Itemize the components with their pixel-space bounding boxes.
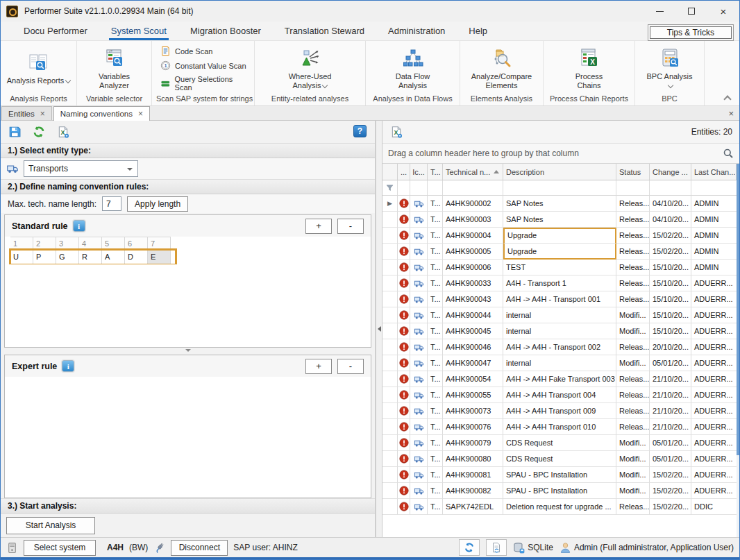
tab-close-icon[interactable]: × <box>138 110 143 118</box>
rule-value-cell[interactable]: G <box>56 250 79 264</box>
analyze-compare-elements-button[interactable]: Analyze/Compare Elements <box>466 47 537 90</box>
select-system-button[interactable]: Select system <box>24 540 96 556</box>
scrollbar-thumb[interactable] <box>737 164 739 455</box>
disconnect-button[interactable]: Disconnect <box>171 540 228 556</box>
table-row[interactable]: T... A4HK900043 A4H -> A4H - Transport 0… <box>382 291 739 307</box>
column-header-status[interactable]: Status <box>616 164 650 180</box>
table-row[interactable]: T... A4HK900080 CDS Request Modifi... 05… <box>382 451 739 467</box>
menu-item-docu-performer[interactable]: Docu Performer <box>12 22 99 40</box>
query-selections-scan-button[interactable]: Query Selections Scan <box>160 75 250 92</box>
menu-item-migration-booster[interactable]: Migration Booster <box>178 22 273 40</box>
column-header-icon[interactable]: Ic... <box>410 164 428 180</box>
filter-cell[interactable] <box>428 180 443 196</box>
column-header-change-date[interactable]: Change ... <box>650 164 691 180</box>
expert-rule-remove-button[interactable]: - <box>337 359 364 374</box>
rule-value-cell[interactable]: U <box>10 250 33 264</box>
tab-close-icon[interactable]: × <box>40 110 45 118</box>
filter-cell[interactable] <box>382 180 398 196</box>
table-row[interactable]: T... A4HK900005 Upgrade Releas... 15/02/… <box>382 244 739 260</box>
where-used-analysis-button[interactable]: Where-Used Analysis <box>283 47 338 90</box>
table-row[interactable]: T... A4HK900004 Upgrade Releas... 15/02/… <box>382 228 739 244</box>
menu-item-translation-steward[interactable]: Translation Steward <box>273 22 376 40</box>
table-row[interactable]: T... A4HK900076 A4H -> A4H Transport 010… <box>382 419 739 435</box>
filter-cell[interactable] <box>398 180 410 196</box>
max-length-input[interactable]: 7 <box>102 196 121 211</box>
ribbon-collapse-button[interactable] <box>724 94 730 100</box>
filter-cell[interactable] <box>503 180 616 196</box>
table-row[interactable]: T... A4HK900044 internal Modifi... 15/10… <box>382 307 739 323</box>
table-row[interactable]: T... A4HK900079 CDS Request Modifi... 05… <box>382 435 739 451</box>
column-header-technical-name[interactable]: Technical n... <box>443 164 503 180</box>
column-header-last-changed[interactable]: Last Chan... <box>691 164 737 180</box>
close-button[interactable]: × <box>707 1 739 22</box>
filter-cell[interactable] <box>443 180 503 196</box>
rule-value-cell[interactable]: E <box>148 250 171 264</box>
sync-button[interactable] <box>459 539 480 556</box>
column-header-description[interactable]: Description <box>503 164 616 180</box>
cell-technical-name: A4HK900082 <box>443 483 503 499</box>
code-scan-button[interactable]: Code Scan <box>160 46 212 56</box>
apply-length-button[interactable]: Apply length <box>127 196 188 212</box>
grid-scrollbar[interactable] <box>737 164 739 537</box>
bpc-analysis-button[interactable]: BPC Analysis <box>646 47 692 90</box>
rule-value-cell[interactable]: P <box>33 250 56 264</box>
horizontal-splitter[interactable] <box>1 348 375 353</box>
rule-value-cell[interactable]: A <box>102 250 125 264</box>
document-sync-button[interactable] <box>486 539 507 556</box>
table-row[interactable]: T... A4HK900082 SPAU - BPC Installation … <box>382 483 739 499</box>
data-flow-analysis-button[interactable]: Data Flow Analysis <box>392 47 434 90</box>
standard-rule-add-button[interactable]: + <box>305 219 332 234</box>
tab-naming-conventions[interactable]: Naming conventions × <box>53 106 150 121</box>
entity-type-select[interactable]: Transports <box>24 160 138 177</box>
filter-cell[interactable] <box>650 180 691 196</box>
filter-cell[interactable] <box>691 180 737 196</box>
info-icon[interactable]: i <box>62 360 74 372</box>
table-row[interactable]: T... A4HK900081 SPAU - BPC Installation … <box>382 467 739 483</box>
table-row[interactable]: T... A4HK900054 A4H -> A4H Fake Transpor… <box>382 371 739 387</box>
column-header-expand[interactable] <box>382 164 398 180</box>
table-row[interactable]: T... A4HK900073 A4H -> A4H Transport 009… <box>382 403 739 419</box>
vertical-splitter[interactable] <box>376 121 382 537</box>
menu-item-system-scout[interactable]: System Scout <box>99 22 178 40</box>
export-excel-button[interactable] <box>56 125 70 139</box>
export-excel-button[interactable] <box>389 125 403 139</box>
maximize-button[interactable] <box>675 1 707 22</box>
tips-and-tricks-button[interactable]: Tips & Tricks <box>648 24 734 41</box>
help-button[interactable]: ? <box>353 125 367 137</box>
table-row[interactable]: T... A4HK900003 SAP Notes Releas... 04/1… <box>382 212 739 228</box>
table-row[interactable]: T... A4HK900045 internal Modifi... 15/10… <box>382 323 739 339</box>
start-analysis-button[interactable]: Start Analysis <box>6 517 95 534</box>
table-row[interactable]: T... A4HK900046 A4H -> A4H - Transport 0… <box>382 339 739 355</box>
table-row[interactable]: T... A4HK900047 internal Modifi... 05/01… <box>382 355 739 371</box>
filter-cell[interactable] <box>410 180 428 196</box>
menu-item-administration[interactable]: Administration <box>376 22 457 40</box>
row-expand-icon[interactable]: ▶ <box>387 200 392 207</box>
minimize-button[interactable] <box>644 1 675 22</box>
rule-value-cell[interactable]: R <box>79 250 102 264</box>
expert-rule-add-button[interactable]: + <box>305 359 332 374</box>
save-button[interactable] <box>8 125 22 139</box>
panel-close-icon[interactable]: × <box>728 108 734 119</box>
constant-value-scan-button[interactable]: Constant Value Scan <box>160 60 246 71</box>
filter-cell[interactable] <box>616 180 650 196</box>
refresh-button[interactable] <box>32 125 46 139</box>
table-row[interactable]: T... A4HK900055 A4H -> A4H Transport 004… <box>382 387 739 403</box>
column-header-type[interactable]: T... <box>428 164 443 180</box>
table-row[interactable]: T... A4HK900033 A4H - Transport 1 Releas… <box>382 275 739 291</box>
tab-entities[interactable]: Entities × <box>1 106 52 120</box>
table-row[interactable]: T... A4HK900006 TEST Releas... 15/10/20.… <box>382 260 739 275</box>
analysis-reports-button[interactable]: Analysis Reports <box>7 51 71 85</box>
rule-value-cell[interactable]: D <box>125 250 148 264</box>
group-by-bar[interactable]: Drag a column header here to group by th… <box>382 143 739 164</box>
variables-analyzer-button[interactable]: Variables Analyzer <box>90 47 139 90</box>
search-icon[interactable] <box>723 148 734 159</box>
table-row[interactable]: ▶ T... A4HK900002 SAP Notes Releas... 04… <box>382 196 739 212</box>
table-row[interactable]: T... SAPK742EDL Deletion request for upg… <box>382 499 739 515</box>
column-header-alert[interactable]: ... <box>398 164 410 180</box>
info-icon[interactable]: i <box>73 220 85 232</box>
menu-item-help[interactable]: Help <box>457 22 499 40</box>
standard-rule-remove-button[interactable]: - <box>337 219 364 234</box>
rule-position-cell: 7 <box>148 237 171 250</box>
entities-panel: Entities: 20 Drag a column header here t… <box>382 121 739 537</box>
process-chains-button[interactable]: Process Chains <box>570 47 608 90</box>
